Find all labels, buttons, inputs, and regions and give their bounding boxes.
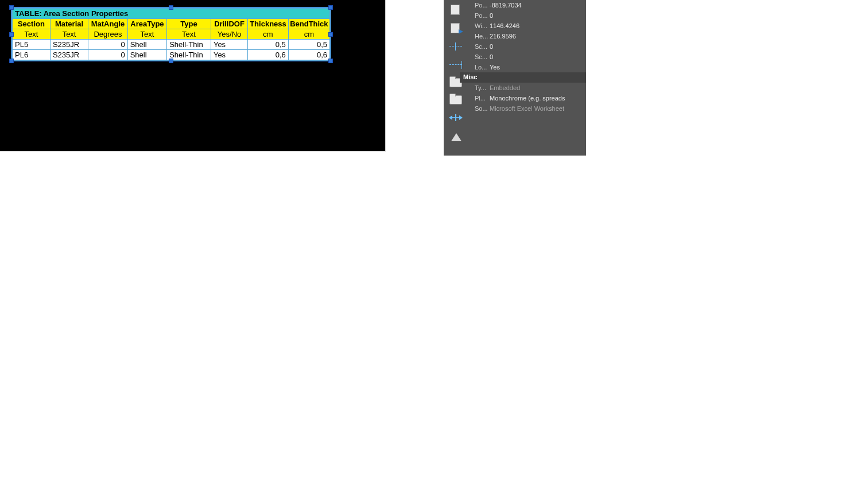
property-key: He... <box>475 33 490 40</box>
table-cell: 0 <box>88 50 127 61</box>
column-header: Section <box>12 19 50 29</box>
table-cell: 0 <box>88 40 127 50</box>
selection-handle[interactable] <box>169 5 173 10</box>
property-value: -8819.7034 <box>490 2 584 9</box>
property-key: Po... <box>475 12 490 19</box>
table-cell: Shell-Thin <box>167 40 211 50</box>
selection-handle[interactable] <box>169 59 173 63</box>
column-header: Type <box>167 19 211 29</box>
property-value: 0 <box>490 43 584 50</box>
property-key: Po... <box>475 2 490 9</box>
column-unit: Text <box>127 29 166 40</box>
property-key: Sc... <box>475 53 490 60</box>
table-cell: S235JR <box>50 40 88 50</box>
selection-handle[interactable] <box>9 59 14 63</box>
property-row[interactable]: Sc...0 <box>472 41 586 52</box>
column-unit: Text <box>12 29 50 40</box>
table-row: PL5S235JR0ShellShell-ThinYes0,50,5 <box>12 40 330 50</box>
property-key: So... <box>475 105 490 112</box>
table-cell: 0,6 <box>288 50 330 61</box>
column-unit: Text <box>167 29 211 40</box>
end-line-icon[interactable] <box>449 60 462 70</box>
column-header: AreaType <box>127 19 166 29</box>
area-section-properties-table: TABLE: Area Section Properties SectionMa… <box>11 7 331 61</box>
table-cell: PL6 <box>12 50 50 61</box>
selection-handle[interactable] <box>9 32 14 37</box>
property-row[interactable]: Lo...Yes <box>472 62 586 72</box>
property-row[interactable]: Po...0 <box>472 10 586 21</box>
property-group-misc[interactable]: Misc <box>460 72 586 83</box>
property-value: Yes <box>490 64 584 71</box>
selection-handle[interactable] <box>328 59 333 63</box>
property-value: 0 <box>490 12 584 19</box>
property-key: Wi... <box>475 22 490 29</box>
property-row[interactable]: Po...-8819.7034 <box>472 0 586 10</box>
property-row[interactable]: So...Microsoft Excel Worksheet <box>472 103 586 114</box>
property-key: Lo... <box>475 64 490 71</box>
selection-handle[interactable] <box>328 32 333 37</box>
table-cell: 0,6 <box>248 50 289 61</box>
drawing-canvas[interactable]: TABLE: Area Section Properties SectionMa… <box>0 0 386 152</box>
folder-open-icon[interactable] <box>449 95 462 104</box>
property-value: 216.9596 <box>490 33 584 40</box>
column-header: MatAngle <box>88 19 127 29</box>
property-row[interactable]: Wi...1146.4246 <box>472 21 586 31</box>
column-unit: cm <box>288 29 330 40</box>
property-row[interactable]: Ty...Embedded <box>472 83 586 93</box>
table-cell: Shell <box>127 50 166 61</box>
property-key: Pl... <box>475 95 490 102</box>
column-unit: Degrees <box>88 29 127 40</box>
property-value: Microsoft Excel Worksheet <box>490 105 584 112</box>
export-document-icon[interactable] <box>449 23 462 33</box>
property-row[interactable]: He...216.9596 <box>472 31 586 41</box>
column-unit: Yes/No <box>211 29 247 40</box>
selection-handle[interactable] <box>9 5 14 10</box>
column-header: BendThick <box>288 19 330 29</box>
table-cell: Yes <box>211 50 247 61</box>
column-header: Material <box>50 19 88 29</box>
table-cell: Shell-Thin <box>167 50 211 61</box>
property-value: 1146.4246 <box>490 22 584 29</box>
properties-panel: Po...-8819.7034Po...0Wi...1146.4246He...… <box>444 0 586 156</box>
property-value: 0 <box>490 53 584 60</box>
selection-handle[interactable] <box>328 5 333 10</box>
table-header-row: SectionMaterialMatAngleAreaTypeTypeDrill… <box>12 19 330 29</box>
property-value: Monochrome (e.g. spreads <box>490 95 584 102</box>
column-unit: Text <box>50 29 88 40</box>
table-unit-row: TextTextDegreesTextTextYes/Nocmcm <box>12 29 330 40</box>
embedded-object[interactable]: TABLE: Area Section Properties SectionMa… <box>11 7 331 61</box>
table-cell: Shell <box>127 40 166 50</box>
table-cell: 0,5 <box>248 40 289 50</box>
property-key: Sc... <box>475 43 490 50</box>
table-cell: PL5 <box>12 40 50 50</box>
property-row[interactable]: Sc...0 <box>472 52 586 62</box>
table-cell: S235JR <box>50 50 88 61</box>
property-key: Ty... <box>475 84 490 91</box>
property-value: Embedded <box>490 84 584 91</box>
center-line-icon[interactable] <box>449 41 462 52</box>
snap-icon[interactable] <box>449 113 462 123</box>
triangle-icon[interactable] <box>449 131 462 141</box>
table-cell: 0,5 <box>288 40 330 50</box>
column-unit: cm <box>248 29 289 40</box>
new-document-icon[interactable] <box>449 5 462 15</box>
table-cell: Yes <box>211 40 247 50</box>
column-header: Thickness <box>248 19 289 29</box>
property-row[interactable]: Pl...Monochrome (e.g. spreads <box>472 93 586 103</box>
column-header: DrillDOF <box>211 19 247 29</box>
